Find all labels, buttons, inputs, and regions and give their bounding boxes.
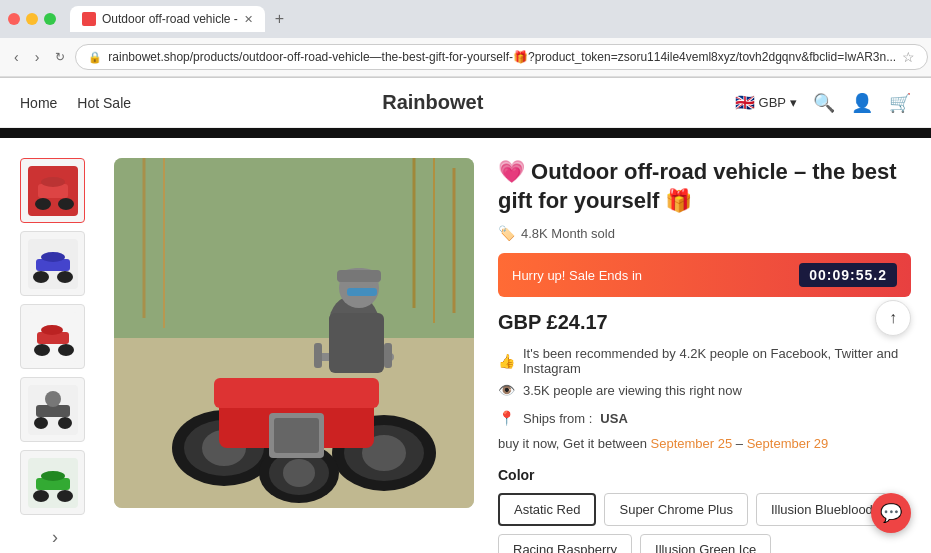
thumbnail-scroll-down[interactable]: › <box>20 527 90 548</box>
nav-home[interactable]: Home <box>20 95 57 111</box>
social-proof-2-text: 3.5K people are viewing this right now <box>523 383 742 398</box>
eye-icon: 👁️ <box>498 382 515 398</box>
svg-point-9 <box>41 252 65 262</box>
traffic-lights <box>8 13 56 25</box>
tab-label: Outdoor off-road vehicle - <box>102 12 238 26</box>
color-label: Color <box>498 467 911 483</box>
social-proof-1: 👍 It's been recommended by 4.2K people o… <box>498 346 911 376</box>
sales-count: 4.8K Month sold <box>521 226 615 241</box>
color-illusion-blueblood[interactable]: Illusion Blueblood <box>756 493 888 526</box>
svg-point-1 <box>35 198 51 210</box>
product-info: 💗 Outdoor off-road vehicle – the best gi… <box>498 158 911 553</box>
timer-bar: Hurry up! Sale Ends in 00:09:55.2 <box>498 253 911 297</box>
svg-point-4 <box>41 177 65 187</box>
scroll-to-top-button[interactable]: ↑ <box>875 300 911 336</box>
thumbnail-5[interactable] <box>20 450 85 515</box>
color-racing-raspberry[interactable]: Racing Raspberry <box>498 534 632 553</box>
cart-icon[interactable]: 🛒 <box>889 92 911 114</box>
browser-tabs: Outdoor off-road vehicle - ✕ + <box>70 6 290 32</box>
product-price: GBP £24.17 <box>498 311 911 334</box>
product-photo <box>114 158 474 508</box>
delivery-end-date[interactable]: September 29 <box>747 436 829 451</box>
search-icon[interactable]: 🔍 <box>813 92 835 114</box>
thumbnail-1-img <box>28 166 78 216</box>
chat-badge-button[interactable]: 💬 <box>871 493 911 533</box>
thumbnail-3-img <box>28 312 78 362</box>
minimize-window-button[interactable] <box>26 13 38 25</box>
svg-point-17 <box>58 417 72 429</box>
svg-rect-52 <box>337 270 381 282</box>
currency-selector[interactable]: 🇬🇧 GBP ▾ <box>735 93 797 112</box>
thumbnail-3[interactable] <box>20 304 85 369</box>
svg-point-41 <box>283 459 315 487</box>
close-window-button[interactable] <box>8 13 20 25</box>
buy-it-now-label: buy it now, <box>498 436 559 451</box>
back-button[interactable]: ‹ <box>8 45 25 69</box>
browser-address-row: ‹ › ↻ 🔒 rainbowet.shop/products/outdoor-… <box>0 38 931 77</box>
delivery-start-date[interactable]: September 25 <box>651 436 733 451</box>
svg-point-22 <box>57 490 73 502</box>
chevron-down-icon: › <box>52 527 58 548</box>
browser-chrome: Outdoor off-road vehicle - ✕ + ‹ › ↻ 🔒 r… <box>0 0 931 78</box>
lock-icon: 🔒 <box>88 51 102 64</box>
nav-hot-sale[interactable]: Hot Sale <box>77 95 131 111</box>
bookmark-icon[interactable]: ☆ <box>902 49 915 65</box>
currency-chevron-icon: ▾ <box>790 95 797 110</box>
color-illusion-green-ice[interactable]: Illusion Green Ice <box>640 534 771 553</box>
color-super-chrome-plus[interactable]: Super Chrome Plus <box>604 493 747 526</box>
svg-rect-43 <box>214 378 379 408</box>
tab-close-icon[interactable]: ✕ <box>244 13 253 26</box>
timer-value: 00:09:55.2 <box>799 263 897 287</box>
thumbnail-1[interactable] <box>20 158 85 223</box>
site-brand: Rainbowet <box>131 91 734 114</box>
address-bar[interactable]: 🔒 rainbowet.shop/products/outdoor-off-ro… <box>75 44 928 70</box>
get-it-between-label: Get it between <box>563 436 647 451</box>
svg-rect-47 <box>384 343 392 368</box>
site-header: Home Hot Sale Rainbowet 🇬🇧 GBP ▾ 🔍 👤 🛒 <box>0 78 931 128</box>
thumbnail-2[interactable] <box>20 231 85 296</box>
new-tab-button[interactable]: + <box>269 8 290 30</box>
account-icon[interactable]: 👤 <box>851 92 873 114</box>
thumb-up-icon: 👍 <box>498 353 515 369</box>
thumbnail-5-img <box>28 458 78 508</box>
active-tab[interactable]: Outdoor off-road vehicle - ✕ <box>70 6 265 32</box>
social-proof-1-text: It's been recommended by 4.2K people on … <box>523 346 911 376</box>
thumbnail-2-img <box>28 239 78 289</box>
svg-point-6 <box>33 271 49 283</box>
thumbnail-list: › <box>20 158 90 553</box>
chat-icon: 💬 <box>880 502 902 524</box>
site-actions: 🇬🇧 GBP ▾ 🔍 👤 🛒 <box>735 92 911 114</box>
thumbnail-4-img <box>28 385 78 435</box>
color-astatic-red[interactable]: Astatic Red <box>498 493 596 526</box>
svg-rect-53 <box>347 288 377 296</box>
browser-tab-bar: Outdoor off-road vehicle - ✕ + <box>0 0 931 38</box>
svg-rect-26 <box>114 158 474 358</box>
svg-point-24 <box>41 471 65 481</box>
svg-rect-48 <box>314 343 322 368</box>
flag-icon: 🇬🇧 <box>735 93 755 112</box>
svg-point-14 <box>41 325 63 335</box>
svg-point-11 <box>34 344 50 356</box>
ships-from-label: Ships from : <box>523 411 592 426</box>
svg-point-2 <box>58 198 74 210</box>
location-icon: 📍 <box>498 410 515 426</box>
delivery-info: buy it now, Get it between September 25 … <box>498 436 911 451</box>
ships-from-value: USA <box>600 411 627 426</box>
delivery-dash: – <box>736 436 743 451</box>
maximize-window-button[interactable] <box>44 13 56 25</box>
product-sales: 🏷️ 4.8K Month sold <box>498 225 911 241</box>
product-title: 💗 Outdoor off-road vehicle – the best gi… <box>498 158 911 215</box>
svg-rect-54 <box>329 313 384 373</box>
site-nav: Home Hot Sale <box>20 95 131 111</box>
arrow-up-icon: ↑ <box>889 309 897 327</box>
svg-point-7 <box>57 271 73 283</box>
forward-button[interactable]: › <box>29 45 46 69</box>
reload-button[interactable]: ↻ <box>49 46 71 68</box>
thumbnail-4[interactable] <box>20 377 85 442</box>
svg-point-21 <box>33 490 49 502</box>
main-product-image <box>114 158 474 508</box>
social-proof-2: 👁️ 3.5K people are viewing this right no… <box>498 382 911 398</box>
svg-point-16 <box>34 417 48 429</box>
svg-point-19 <box>45 391 61 407</box>
currency-label: GBP <box>759 95 786 110</box>
